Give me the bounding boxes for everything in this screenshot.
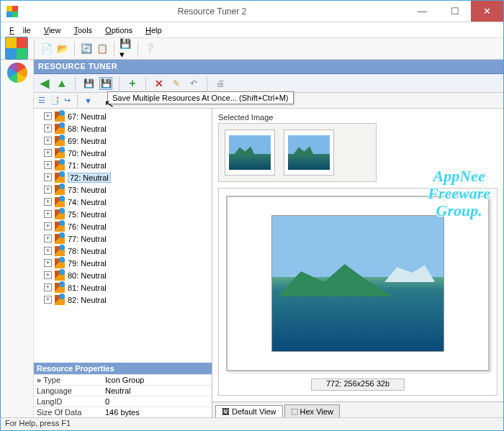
resource-icon [55,124,65,134]
tab-default-view[interactable]: 🖼Default View [215,405,283,417]
expand-icon[interactable]: + [44,137,52,145]
expand-icon[interactable]: + [44,271,52,279]
color-wheel-icon[interactable] [7,63,27,83]
expand-icon[interactable]: + [44,296,52,304]
panel-header: RESOURCE TUNER [34,60,503,74]
up-icon[interactable]: ▲ [55,77,68,90]
expand-icon[interactable]: + [44,186,52,194]
expand-icon[interactable]: + [44,161,52,169]
tree-item[interactable]: +77: Neutral [40,232,212,245]
property-row: LanguageNeutral [34,385,212,396]
minimize-button[interactable]: — [406,1,438,22]
tree-item-label: 79: Neutral [68,259,107,268]
thumbnail-row [218,123,377,182]
expand-icon[interactable]: + [44,210,52,218]
open-icon[interactable]: 📂 [56,42,69,55]
close-button[interactable]: ✕ [471,1,503,22]
tree-item[interactable]: +74: Neutral [40,196,212,208]
tree-item-label: 71: Neutral [68,161,107,170]
tree-item[interactable]: +79: Neutral [40,257,212,269]
property-key: Type [37,376,105,384]
print-icon[interactable]: 🖨 [214,77,227,90]
titlebar: Resource Tuner 2 — ☐ ✕ [1,1,503,22]
tree-item[interactable]: +69: Neutral [40,135,212,147]
resource-icon [55,234,65,244]
app-icon [6,6,18,17]
resource-toolbar: ◀ ▲ 💾 💾 + ✕ ✎ ↶ 🖨 [34,74,503,93]
expand-icon[interactable]: + [44,124,52,132]
resource-icon [55,222,65,232]
refresh-icon[interactable]: 🔄 [80,42,93,55]
menu-file[interactable]: File [5,24,35,36]
tooltip: Save Multiple Resources At Once... (Shif… [107,91,294,104]
expand-icon[interactable]: + [44,112,52,120]
menu-help[interactable]: Help [141,24,166,36]
property-key: Language [37,386,105,395]
tree-item[interactable]: +80: Neutral [40,269,212,281]
help-icon[interactable]: ❔ [143,42,156,55]
property-value: Icon Group [105,376,144,384]
thumbnail-2[interactable] [284,130,334,176]
hex-view-icon: ⬚ [291,407,298,416]
filter-icon[interactable]: ▼ [84,96,92,105]
resource-icon [55,136,65,146]
tree-item[interactable]: +72: Neutral [40,171,212,183]
tree-item-label: 67: Neutral [68,112,107,121]
tree-item[interactable]: +78: Neutral [40,245,212,257]
tree-item[interactable]: +73: Neutral [40,183,212,196]
tree-item[interactable]: +81: Neutral [40,281,212,294]
tree-item-label: 78: Neutral [68,247,107,255]
tree-item-label: 68: Neutral [68,124,107,133]
resource-icon [55,160,65,171]
tree-item[interactable]: +82: Neutral [40,294,212,306]
tree-item[interactable]: +70: Neutral [40,147,212,159]
resource-icon [55,112,65,122]
tree-item[interactable]: +75: Neutral [40,208,212,220]
tree-item[interactable]: +71: Neutral [40,159,212,171]
tree-item-label: 77: Neutral [68,235,107,243]
tree-item[interactable]: +68: Neutral [40,122,212,135]
resource-tree[interactable]: +67: Neutral+68: Neutral+69: Neutral+70:… [34,109,212,363]
resource-icon [55,246,65,256]
property-key: LangID [37,397,105,406]
app-logo-icon[interactable] [5,37,28,60]
maximize-button[interactable]: ☐ [438,1,471,22]
expand-icon[interactable]: + [44,149,52,157]
save-multiple-icon[interactable]: 💾 [99,77,112,90]
default-view-icon: 🖼 [222,407,230,416]
export-icon[interactable]: ↪ [64,96,71,105]
window-title: Resource Tuner 2 [18,6,406,17]
expand-icon[interactable]: + [44,198,52,206]
menu-options[interactable]: Options [101,24,137,36]
expand-icon[interactable]: + [44,283,52,291]
resource-icon [55,271,65,281]
thumbnail-1[interactable] [225,130,275,176]
expand-icon[interactable]: + [44,259,52,267]
tree-item-label: 74: Neutral [68,198,107,207]
preview-image[interactable] [226,196,490,371]
tab-hex-view[interactable]: ⬚Hex View [284,404,340,417]
property-row: Size Of Data146 bytes [34,407,212,417]
expand-icon[interactable]: + [44,222,52,230]
property-value: Neutral [105,386,130,395]
undo-icon[interactable]: ↶ [187,77,200,90]
save-icon[interactable]: 💾▾ [120,42,132,55]
list-view-icon[interactable]: ☰ [38,96,45,105]
expand-icon[interactable]: 📑 [50,96,60,105]
menu-tools[interactable]: Tools [69,24,96,36]
delete-icon[interactable]: ✕ [153,77,166,90]
new-icon[interactable]: 📄 [40,42,53,55]
reload-icon[interactable]: 📋 [96,42,109,55]
resource-icon [55,148,65,158]
save-resource-icon[interactable]: 💾 [82,77,95,90]
back-icon[interactable]: ◀ [38,77,51,90]
expand-icon[interactable]: + [44,247,52,255]
edit-icon[interactable]: ✎ [170,77,183,90]
tree-item[interactable]: +76: Neutral [40,220,212,232]
add-icon[interactable]: + [126,77,139,90]
tree-item[interactable]: +67: Neutral [40,110,212,122]
menu-view[interactable]: View [40,24,66,36]
property-key: Size Of Data [37,408,105,417]
expand-icon[interactable]: + [44,173,52,181]
expand-icon[interactable]: + [44,235,52,242]
